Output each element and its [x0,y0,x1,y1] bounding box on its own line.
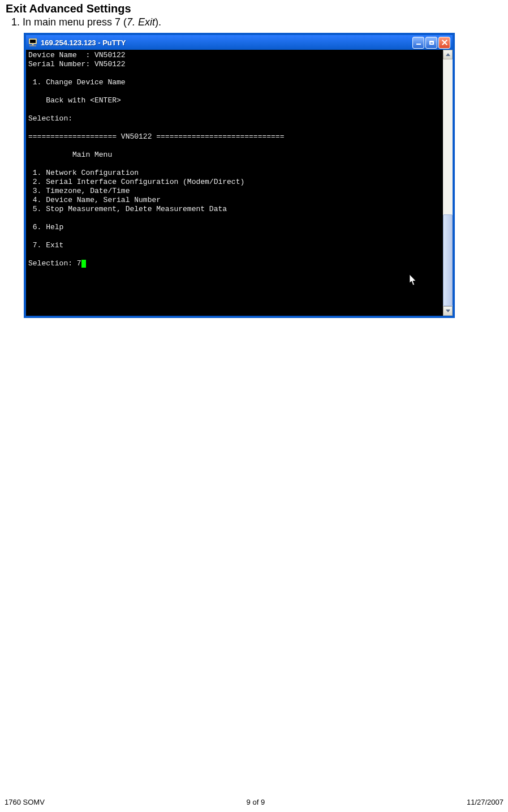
mouse-pointer-icon [409,274,418,288]
window-title: 169.254.123.123 - PuTTY [41,38,412,47]
maximize-button[interactable] [425,37,437,49]
terminal-cursor [81,260,86,268]
arrow-down-icon [446,310,450,312]
maximize-icon [429,41,434,45]
scroll-track[interactable] [443,59,453,306]
scroll-up-button[interactable] [443,50,453,59]
arrow-up-icon [446,53,450,56]
putty-window: 169.254.123.123 - PuTTY Device Name : VN… [24,33,455,318]
terminal-area: Device Name : VN50122 Serial Number: VN5… [26,50,453,316]
step-text-pre: In main menu press 7 ( [23,16,127,28]
minimize-button[interactable] [412,37,424,49]
selection-value: 7 [77,259,81,268]
step-text-italic: 7. Exit [127,16,155,28]
footer-center: 9 of 9 [247,798,265,806]
close-icon [441,39,448,46]
scroll-down-button[interactable] [443,306,453,316]
instruction-list: In main menu press 7 (7. Exit). [6,16,502,28]
page-footer: 1760 SOMV 9 of 9 11/27/2007 [0,798,508,806]
minimize-icon [416,44,421,45]
step-text-post: ). [155,16,161,28]
footer-right: 11/27/2007 [467,798,503,806]
close-button[interactable] [438,37,450,49]
window-controls [412,37,450,49]
section-heading: Exit Advanced Settings [6,2,502,15]
scrollbar[interactable] [443,50,453,316]
terminal-output[interactable]: Device Name : VN50122 Serial Number: VN5… [26,50,443,316]
selection-prompt: Selection: [28,259,77,268]
footer-left: 1760 SOMV [5,798,45,806]
titlebar[interactable]: 169.254.123.123 - PuTTY [26,35,453,50]
scroll-thumb[interactable] [443,214,453,306]
instruction-step-1: In main menu press 7 (7. Exit). [23,16,502,28]
selection-line: Selection: 7 [28,259,86,268]
putty-app-icon [28,38,37,47]
svg-rect-1 [30,40,36,43]
